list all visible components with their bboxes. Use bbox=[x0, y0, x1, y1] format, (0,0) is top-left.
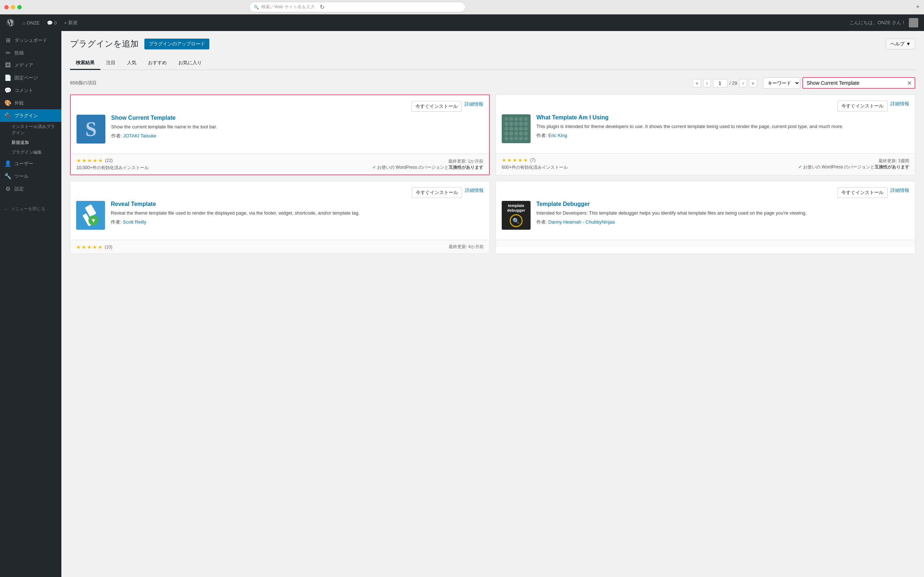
install-button-show-current-template[interactable]: 今すぐインストール bbox=[412, 101, 462, 112]
sidebar: ⊞ ダッシュボード ✏ 投稿 🖼 メディア 📄 固定ページ 💬 コメント 🎨 外… bbox=[0, 31, 61, 577]
plugin-desc-2: This plugin is intended for theme develo… bbox=[536, 123, 909, 130]
plugin-card-show-current-template: 今すぐインストール 詳細情報 S Show Current Template S… bbox=[70, 95, 490, 175]
posts-icon: ✏ bbox=[4, 49, 11, 56]
sidebar-item-users[interactable]: 👤 ユーザー bbox=[0, 157, 61, 170]
details-link-template-debugger[interactable]: 詳細情報 bbox=[890, 187, 909, 198]
sidebar-sub-editor[interactable]: プラグイン編集 bbox=[0, 148, 61, 157]
star-4: ★ bbox=[93, 158, 97, 163]
plugin-icon-reveal-template: ▼ bbox=[76, 201, 105, 230]
browser-address-bar[interactable]: 🔍 検索／Web サイト名を入力 ↻ bbox=[249, 2, 465, 12]
collapse-menu-button[interactable]: ← メニューを閉じる bbox=[0, 202, 61, 216]
installs-2: 600+件の有効化済みインストール bbox=[502, 164, 568, 171]
page-separator: / 29 bbox=[729, 81, 737, 86]
star-rating-3: ★ ★ ★ ★ ★ (10) bbox=[76, 244, 112, 250]
footer-right-1: 最終更新: 1か月前 ✔ お使いの WordPress のバージョンと互換性があ… bbox=[373, 158, 483, 171]
upload-plugin-button[interactable]: プラグインのアップロード bbox=[144, 39, 209, 49]
install-button-template-debugger[interactable]: 今すぐインストール bbox=[837, 187, 888, 198]
comments-sidebar-icon: 💬 bbox=[4, 87, 11, 94]
sidebar-sub-new[interactable]: 新規追加 bbox=[0, 138, 61, 148]
star-1: ★ bbox=[76, 158, 81, 163]
author-link-2[interactable]: Eric King bbox=[548, 133, 567, 138]
sidebar-item-tools[interactable]: 🔧 ツール bbox=[0, 170, 61, 182]
pagination: « ‹ 1 / 29 › » bbox=[693, 79, 757, 87]
plugin-card-inner-1: 今すぐインストール 詳細情報 S Show Current Template S… bbox=[71, 95, 489, 154]
plugin-name-reveal-template: Reveal Template bbox=[111, 201, 484, 207]
author-link-3[interactable]: Scott Reilly bbox=[123, 219, 146, 225]
page-number-input[interactable]: 1 bbox=[713, 79, 727, 87]
rating-count-3: (10) bbox=[105, 245, 112, 250]
sidebar-item-dashboard[interactable]: ⊞ ダッシュボード bbox=[0, 34, 61, 47]
users-icon: 👤 bbox=[4, 160, 11, 167]
details-link-what-template[interactable]: 詳細情報 bbox=[890, 101, 909, 111]
sidebar-item-appearance[interactable]: 🎨 外観 bbox=[0, 97, 61, 109]
search-input-wrap: ✕ bbox=[802, 77, 915, 89]
author-link-1[interactable]: JOTAKI Taisuke bbox=[123, 133, 156, 139]
site-name: ONZE bbox=[27, 20, 40, 26]
sidebar-item-posts[interactable]: ✏ 投稿 bbox=[0, 47, 61, 59]
rating-count-1: (22) bbox=[105, 158, 113, 163]
plugin-icon-show-current-template: S bbox=[76, 115, 105, 143]
sidebar-item-settings[interactable]: ⚙ 設定 bbox=[0, 182, 61, 195]
plugin-author-4: 作者: Danny Hearnah - ChubbyNinjaa bbox=[536, 219, 909, 226]
new-item[interactable]: + 新規 bbox=[64, 19, 78, 26]
comments-item[interactable]: 💬 0 bbox=[47, 20, 57, 26]
author-link-4[interactable]: Danny Hearnah - ChubbyNinjaa bbox=[548, 219, 615, 225]
plugin-desc-3: Reveal the theme template file used to r… bbox=[111, 210, 484, 217]
last-updated-2: 最終更新: 3週間 bbox=[798, 158, 909, 164]
search-type-select[interactable]: キーワード bbox=[763, 77, 800, 89]
plugin-icon-template-debugger: templatedebugger 🔍 bbox=[502, 201, 531, 230]
comment-icon: 💬 bbox=[47, 20, 53, 26]
plugin-card-inner-3: 今すぐインストール 詳細情報 ▼ bbox=[70, 181, 489, 240]
tab-search-results[interactable]: 検索結果 bbox=[70, 56, 100, 70]
details-link-show-current-template[interactable]: 詳細情報 bbox=[465, 101, 483, 112]
sidebar-item-pages[interactable]: 📄 固定ページ bbox=[0, 71, 61, 84]
tab-favorites[interactable]: お気に入り bbox=[173, 56, 208, 70]
tab-featured[interactable]: 注目 bbox=[100, 56, 121, 70]
sidebar-sub-installed[interactable]: インストール済みプラグイン bbox=[0, 122, 61, 138]
browser-url: 検索／Web サイト名を入力 bbox=[261, 4, 315, 10]
first-page-button[interactable]: « bbox=[693, 79, 701, 87]
search-clear-button[interactable]: ✕ bbox=[904, 78, 914, 88]
install-button-what-template[interactable]: 今すぐインストール bbox=[837, 101, 888, 111]
site-name-item[interactable]: ⌂ ONZE bbox=[23, 20, 40, 26]
star2-3: ★ bbox=[512, 157, 517, 163]
tab-popular[interactable]: 人気 bbox=[121, 56, 142, 70]
plugins-icon: 🔌 bbox=[4, 112, 11, 119]
user-avatar[interactable] bbox=[909, 18, 918, 27]
new-tab-button[interactable]: + bbox=[916, 3, 920, 11]
wp-logo[interactable] bbox=[6, 18, 15, 27]
prev-page-button[interactable]: ‹ bbox=[703, 79, 710, 87]
plugin-footer-3: ★ ★ ★ ★ ★ (10) 最終更新: 4か月前 bbox=[70, 240, 489, 253]
plugin-tabs: 検索結果 注目 人気 おすすめ お気に入り bbox=[70, 56, 915, 70]
page-title: プラグインを追加 bbox=[70, 38, 139, 49]
last-page-button[interactable]: » bbox=[749, 79, 757, 87]
plugin-name-show-current-template: Show Current Template bbox=[111, 115, 483, 121]
help-button[interactable]: ヘルプ ▼ bbox=[886, 39, 915, 49]
wp-layout: ⊞ ダッシュボード ✏ 投稿 🖼 メディア 📄 固定ページ 💬 コメント 🎨 外… bbox=[0, 31, 924, 577]
sidebar-label-comments: コメント bbox=[15, 87, 33, 94]
browser-chrome: 🔍 検索／Web サイト名を入力 ↻ + bbox=[0, 0, 924, 15]
install-button-reveal-template[interactable]: 今すぐインストール bbox=[412, 187, 462, 198]
plugin-author-3: 作者: Scott Reilly bbox=[111, 219, 484, 226]
search-input[interactable] bbox=[803, 78, 904, 88]
star3-2: ★ bbox=[82, 244, 86, 250]
plugin-card-header-3: ▼ Reveal Template Reveal the theme templ… bbox=[76, 201, 484, 230]
last-updated-1: 最終更新: 1か月前 bbox=[373, 158, 483, 164]
sidebar-item-comments[interactable]: 💬 コメント bbox=[0, 84, 61, 97]
plugin-name-what-template: What Template Am I Using bbox=[536, 114, 909, 121]
sidebar-item-plugins[interactable]: 🔌 プラグイン bbox=[0, 109, 61, 122]
star-2: ★ bbox=[82, 158, 87, 163]
tab-recommended[interactable]: おすすめ bbox=[142, 56, 173, 70]
last-updated-3: 最終更新: 4か月前 bbox=[449, 244, 484, 250]
user-greeting: こんにちは、ONZE さん！ bbox=[849, 18, 918, 27]
details-link-reveal-template[interactable]: 詳細情報 bbox=[465, 187, 484, 198]
footer-right-2: 最終更新: 3週間 ✔ お使いの WordPress のバージョンと互換性があり… bbox=[798, 158, 909, 170]
sidebar-item-media[interactable]: 🖼 メディア bbox=[0, 59, 61, 71]
page-header: プラグインを追加 プラグインのアップロード ヘルプ ▼ bbox=[70, 38, 915, 49]
reload-icon[interactable]: ↻ bbox=[320, 3, 325, 10]
comments-count: 0 bbox=[54, 20, 57, 26]
star3-5: ★ bbox=[98, 244, 102, 250]
greeting-text: こんにちは、ONZE さん！ bbox=[849, 19, 906, 26]
next-page-button[interactable]: › bbox=[739, 79, 746, 87]
plugin-grid: 今すぐインストール 詳細情報 S Show Current Template S… bbox=[70, 95, 915, 254]
